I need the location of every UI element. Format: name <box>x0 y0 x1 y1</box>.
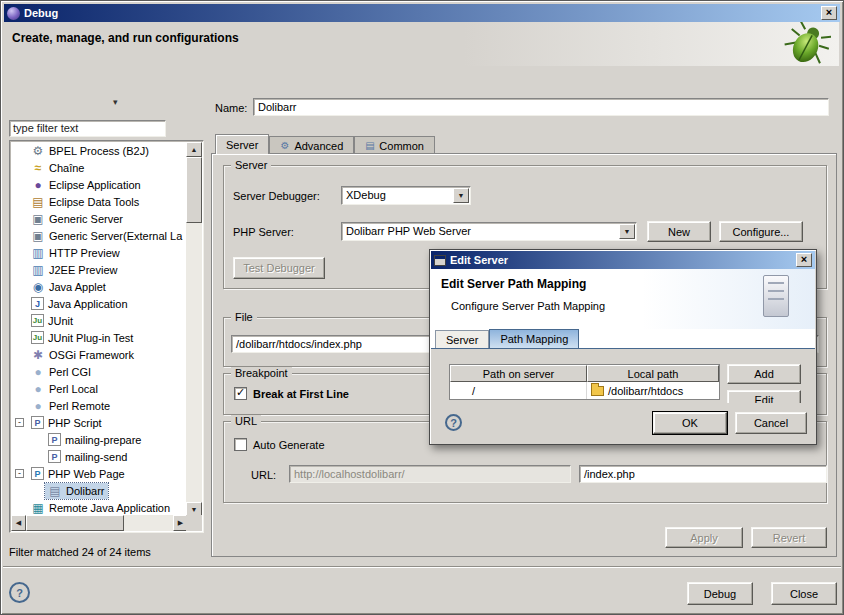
j2ee-preview-icon: ▥ <box>31 263 45 277</box>
tree-item-body[interactable]: ▤ Eclipse Data Tools <box>28 194 142 210</box>
footer-separator <box>3 566 841 568</box>
tree-item[interactable]: - P PHP Script <box>11 414 188 431</box>
generic-server-external-icon: ▣ <box>31 229 45 243</box>
close-button[interactable]: Close <box>771 582 837 605</box>
tree-item[interactable]: - P PHP Web Page <box>11 465 188 482</box>
tree-item-body[interactable]: ◉ Java Applet <box>28 279 109 295</box>
java-applet-icon: ◉ <box>31 280 45 294</box>
scroll-up-icon[interactable]: ▲ <box>186 142 202 157</box>
tree-vertical-scrollbar[interactable]: ▲ ▼ <box>186 142 202 517</box>
tree-item-label: PHP Web Page <box>48 468 125 480</box>
tree-item[interactable]: ▤ Dolibarr <box>11 482 188 499</box>
tab-advanced[interactable]: ⚙ Advanced <box>269 136 354 154</box>
tree-item-body[interactable]: ▣ Generic Server <box>28 211 126 227</box>
php-server-combo[interactable]: Dolibarr PHP Web Server <box>341 222 637 241</box>
ok-button[interactable]: OK <box>653 412 727 434</box>
tree-item-body[interactable]: Ju JUnit Plug-in Test <box>28 330 136 345</box>
tree-item[interactable]: ▥ HTTP Preview <box>11 244 188 261</box>
tree-item-body[interactable]: ⚙ BPEL Process (B2J) <box>28 143 152 159</box>
tree-item[interactable]: ✱ OSGi Framework <box>11 346 188 363</box>
tree-item[interactable]: ▤ Eclipse Data Tools <box>11 193 188 210</box>
tree-item[interactable]: ● Perl CGI <box>11 363 188 380</box>
url-path-input[interactable]: /index.php <box>579 465 827 483</box>
break-first-line-checkbox[interactable] <box>234 387 247 400</box>
horizontal-scroll-thumb[interactable] <box>26 515 124 531</box>
tree-item-body[interactable]: ● Eclipse Application <box>28 177 144 193</box>
tree-item-body[interactable]: ▤ Dolibarr <box>45 483 108 499</box>
tree-item[interactable]: ◉ Java Applet <box>11 278 188 295</box>
generic-server-icon: ▣ <box>31 212 45 226</box>
scroll-left-icon[interactable]: ◀ <box>11 515 26 531</box>
auto-generate-label[interactable]: Auto Generate <box>253 439 325 451</box>
tree-item-body[interactable]: J Java Application <box>28 296 131 311</box>
tree-item-body[interactable]: ● Perl Local <box>28 381 101 397</box>
tree-item[interactable]: ● Perl Local <box>11 380 188 397</box>
dialog-close-button[interactable]: × <box>796 253 812 267</box>
tab-server[interactable]: Server <box>215 134 269 154</box>
twisty-collapse-icon[interactable]: - <box>15 469 24 478</box>
tree-item-body[interactable]: ✱ OSGi Framework <box>28 347 137 363</box>
dialog-tab-path-mapping[interactable]: Path Mapping <box>489 329 579 348</box>
tree-item[interactable]: ▥ J2EE Preview <box>11 261 188 278</box>
php-web-page-icon: P <box>31 467 44 480</box>
tree-item[interactable]: ▣ Generic Server <box>11 210 188 227</box>
table-row[interactable]: / /dolibarr/htdocs <box>450 382 719 399</box>
dialog-titlebar[interactable]: Edit Server × <box>431 251 815 269</box>
add-mapping-button[interactable]: Add <box>727 364 801 384</box>
tree-item-body[interactable]: P PHP Web Page <box>28 466 128 481</box>
tree-item[interactable]: Ju JUnit Plug-in Test <box>11 329 188 346</box>
server-debugger-combo[interactable]: XDebug <box>341 186 471 205</box>
auto-generate-checkbox[interactable] <box>234 438 247 451</box>
debug-configurations-window: Debug × Create, manage, and run configur… <box>0 0 844 615</box>
filter-menu-arrow-icon[interactable]: ▾ <box>113 97 118 107</box>
name-input[interactable]: Dolibarr <box>253 98 829 116</box>
configure-server-button[interactable]: Configure... <box>719 221 803 242</box>
tree-viewport: ⚙ BPEL Process (B2J) ≈ Chaîne ● Eclipse … <box>11 142 188 517</box>
tree-item-body[interactable]: ● Perl Remote <box>28 398 113 414</box>
tree-item-body[interactable]: Ju JUnit <box>28 313 76 328</box>
tree-item-body[interactable]: ▥ J2EE Preview <box>28 262 120 278</box>
tree-item[interactable]: P mailing-send <box>11 448 188 465</box>
help-button[interactable]: ? <box>9 582 30 603</box>
scrollbar-corner <box>186 515 202 531</box>
tree-item-body[interactable]: P PHP Script <box>28 415 105 430</box>
server-group-legend: Server <box>231 159 271 171</box>
tree-item[interactable]: P mailing-prepare <box>11 431 188 448</box>
new-server-button[interactable]: New <box>647 221 711 242</box>
filter-input[interactable]: type filter text <box>9 120 166 137</box>
tree-item[interactable]: ⚙ BPEL Process (B2J) <box>11 142 188 159</box>
window-close-button[interactable]: × <box>821 6 837 20</box>
tree-item[interactable]: J Java Application <box>11 295 188 312</box>
cancel-button[interactable]: Cancel <box>735 412 807 434</box>
tree-item[interactable]: ▣ Generic Server(External La <box>11 227 188 244</box>
php-server-value: Dolibarr PHP Web Server <box>346 225 471 237</box>
tree-item[interactable]: ● Eclipse Application <box>11 176 188 193</box>
break-first-line-label[interactable]: Break at First Line <box>253 388 349 400</box>
dialog-help-button[interactable]: ? <box>445 414 462 431</box>
tree-item-body[interactable]: ▥ HTTP Preview <box>28 245 123 261</box>
breakpoint-group-legend: Breakpoint <box>231 367 292 379</box>
tree-item[interactable]: ● Perl Remote <box>11 397 188 414</box>
combo-dropdown-icon[interactable] <box>453 188 469 203</box>
window-titlebar[interactable]: Debug × <box>4 4 840 22</box>
tree-item-body[interactable]: ● Perl CGI <box>28 364 94 380</box>
header-banner: Create, manage, and run configurations <box>5 22 839 66</box>
tree-item-body[interactable]: ▣ Generic Server(External La <box>28 228 185 244</box>
combo-dropdown-icon[interactable] <box>619 224 635 239</box>
chaine-icon: ≈ <box>31 161 45 175</box>
tree-item-body[interactable]: ▦ Remote Java Application <box>28 500 173 516</box>
tree-item[interactable]: ≈ Chaîne <box>11 159 188 176</box>
test-debugger-button: Test Debugger <box>233 257 325 279</box>
dialog-tab-server[interactable]: Server <box>435 330 489 348</box>
tree-item-body[interactable]: P mailing-send <box>45 449 130 464</box>
tab-common[interactable]: ▤ Common <box>354 136 435 154</box>
tree-item[interactable]: Ju JUnit <box>11 312 188 329</box>
tree-horizontal-scrollbar[interactable]: ◀ ▶ <box>11 515 188 531</box>
twisty-collapse-icon[interactable]: - <box>15 418 24 427</box>
tree-item[interactable]: ▦ Remote Java Application <box>11 499 188 516</box>
tree-item-body[interactable]: ≈ Chaîne <box>28 160 87 176</box>
eclipse-debug-icon <box>7 7 20 20</box>
debug-button[interactable]: Debug <box>687 582 753 605</box>
vertical-scroll-thumb[interactable] <box>186 157 202 223</box>
tree-item-body[interactable]: P mailing-prepare <box>45 432 144 447</box>
